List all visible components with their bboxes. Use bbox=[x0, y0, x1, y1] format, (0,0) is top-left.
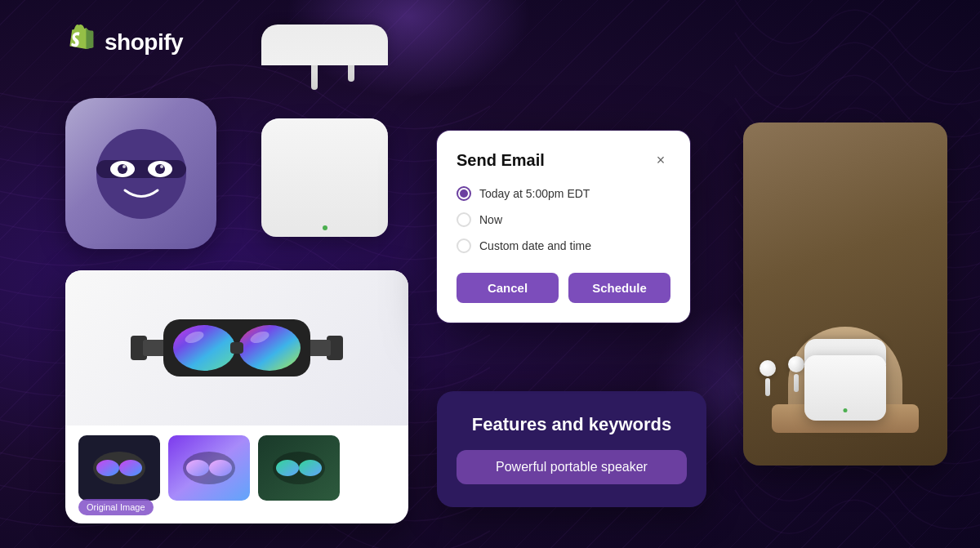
mini-airpod-right bbox=[788, 356, 804, 392]
vr-badge: Original Image bbox=[78, 499, 154, 515]
svg-point-25 bbox=[209, 460, 232, 476]
svg-point-4 bbox=[118, 164, 127, 174]
cancel-button[interactable]: Cancel bbox=[457, 273, 559, 303]
svg-point-21 bbox=[119, 460, 142, 476]
features-title: Features and keywords bbox=[457, 414, 687, 435]
radio-circle-now bbox=[457, 212, 471, 227]
svg-point-13 bbox=[173, 325, 235, 371]
airpods-case-top bbox=[261, 118, 388, 237]
airpods-top: L R bbox=[253, 25, 400, 237]
vr-card: Original Image bbox=[65, 270, 408, 523]
radio-item-custom[interactable]: Custom date and time bbox=[457, 238, 670, 253]
radio-circle-custom bbox=[457, 238, 471, 253]
radio-item-now[interactable]: Now bbox=[457, 212, 670, 227]
mini-airpod-left bbox=[760, 360, 776, 396]
vr-main-image bbox=[65, 270, 408, 425]
app-icon bbox=[65, 98, 216, 249]
modal-close-button[interactable]: × bbox=[651, 150, 670, 170]
modal-header: Send Email × bbox=[457, 150, 670, 170]
svg-point-20 bbox=[96, 460, 119, 476]
radio-item-today[interactable]: Today at 5:00pm EDT bbox=[457, 186, 670, 201]
radio-circle-today bbox=[457, 186, 471, 201]
svg-point-5 bbox=[155, 164, 165, 174]
shopify-logo: shopify bbox=[65, 25, 183, 60]
svg-rect-1 bbox=[96, 160, 186, 178]
vr-thumbnails bbox=[65, 425, 408, 510]
mini-stem-right bbox=[794, 374, 799, 392]
airpods-indicator bbox=[323, 225, 327, 230]
svg-point-14 bbox=[238, 325, 301, 371]
mini-bud-right bbox=[788, 356, 804, 372]
svg-point-7 bbox=[160, 165, 163, 168]
shopify-icon bbox=[65, 25, 98, 60]
features-keyword: Powerful portable speaker bbox=[457, 450, 687, 484]
svg-point-24 bbox=[186, 460, 209, 476]
mini-stem-left bbox=[765, 378, 770, 396]
airpods-right-bg bbox=[743, 123, 947, 466]
svg-point-28 bbox=[276, 460, 299, 476]
vr-goggles-svg bbox=[131, 295, 343, 401]
airpods-right-card bbox=[743, 123, 947, 466]
features-card: Features and keywords Powerful portable … bbox=[437, 391, 706, 507]
svg-point-29 bbox=[299, 460, 322, 476]
svg-point-6 bbox=[122, 165, 126, 168]
mini-bud-left bbox=[760, 360, 776, 376]
airpods-case-lid bbox=[261, 25, 388, 65]
radio-label-today: Today at 5:00pm EDT bbox=[479, 187, 590, 200]
radio-inner-today bbox=[460, 189, 468, 198]
shopify-name: shopify bbox=[105, 29, 183, 56]
schedule-button[interactable]: Schedule bbox=[568, 273, 670, 303]
airpods-case-right bbox=[804, 347, 886, 421]
case-dot-right bbox=[844, 408, 848, 412]
send-email-modal: Send Email × Today at 5:00pm EDT Now Cus… bbox=[437, 131, 690, 323]
svg-rect-15 bbox=[230, 342, 243, 354]
vr-thumb-1 bbox=[78, 435, 160, 501]
case-body-right bbox=[804, 355, 886, 421]
radio-label-now: Now bbox=[479, 213, 502, 226]
radio-label-custom: Custom date and time bbox=[479, 239, 591, 252]
radio-group: Today at 5:00pm EDT Now Custom date and … bbox=[457, 186, 670, 253]
modal-title: Send Email bbox=[457, 151, 545, 170]
modal-buttons: Cancel Schedule bbox=[457, 273, 670, 303]
vr-thumb-3 bbox=[258, 435, 340, 501]
main-content: shopify L bbox=[0, 0, 980, 548]
ninja-face-svg bbox=[88, 121, 194, 227]
vr-thumb-2 bbox=[168, 435, 250, 501]
